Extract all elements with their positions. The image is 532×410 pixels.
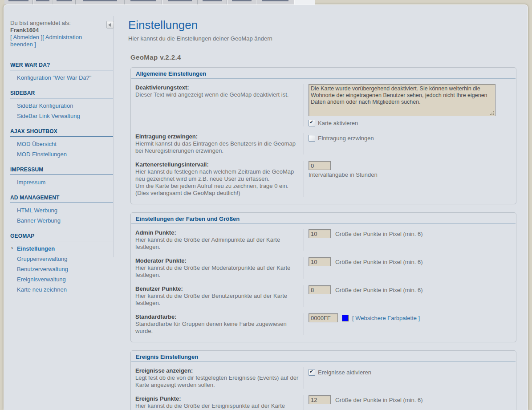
sidebar-item-sidebar-konfiguration[interactable]: SideBar Konfiguration <box>10 101 113 111</box>
setting-control: Größe der Punkte in Pixel (min. 6) <box>304 257 510 279</box>
username: Frank1604 <box>10 27 101 34</box>
sidebar-item-label: HTML Werbung <box>17 207 57 214</box>
tab[interactable] <box>33 0 53 4</box>
input-hint: Größe der Punkte in Pixel (min. 6) <box>335 259 423 265</box>
checkbox-eintragung-erzwingen[interactable] <box>309 135 315 142</box>
fieldset-legend: Einstellungen der Farben und Größen <box>131 213 516 224</box>
settings-row: Eintragung erzwingen:Hiermit kannst du d… <box>135 133 510 154</box>
input-hint: Größe der Punkte in Pixel (min. 6) <box>335 231 423 237</box>
setting-description: Hier kannst du die Größe der Benutzerpun… <box>135 292 299 307</box>
checkbox-karte-aktivieren[interactable] <box>309 120 315 126</box>
tab[interactable] <box>256 0 294 4</box>
fieldset-allgemeine-einstellungen: Allgemeine Einstellungen Deaktivierungst… <box>130 67 516 204</box>
checkbox-row: Ereignisse aktivieren <box>309 369 510 376</box>
sidebar-section-title: WER WAR DA? <box>10 61 113 70</box>
tab[interactable] <box>76 0 125 4</box>
settings-row: Ereignisse anzeigen:Legt fest ob die von… <box>135 367 510 389</box>
logged-in-label: Du bist angemeldet als: <box>10 20 101 27</box>
sidebar-item-ereignisverwaltung[interactable]: Ereignisverwaltung <box>10 274 113 284</box>
checkbox-label: Eintragung erzwingen <box>318 135 374 142</box>
sidebar-collapse-button[interactable] <box>106 21 114 28</box>
sidebar-section-wer-war-da: WER WAR DA?Konfiguration "Wer War Da?" <box>10 61 113 83</box>
input-standardfarbe[interactable] <box>309 313 338 322</box>
sidebar-section-title: AJAX SHOUTBOX <box>10 127 113 137</box>
sidebar-item-html-werbung[interactable]: HTML Werbung <box>10 205 113 215</box>
input-moderator-punkte[interactable] <box>309 257 331 266</box>
tab-selected[interactable] <box>294 0 315 4</box>
sidebar-item-sidebar-link-verwaltung[interactable]: SideBar Link Verwaltung <box>10 111 113 121</box>
setting-label: Ereignisse anzeigen: <box>135 367 299 374</box>
sidebar-section-ajax-shoutbox: AJAX SHOUTBOXMOD ÜbersichtMOD Einstellun… <box>10 127 113 159</box>
setting-description: Hier kannst du die Größe der Adminpunkte… <box>135 236 299 251</box>
sidebar-section-impressum: IMPRESSUMImpressum <box>10 165 113 187</box>
setting-info: Admin Punkte:Hier kannst du die Größe de… <box>135 229 304 251</box>
tab[interactable] <box>227 0 256 4</box>
setting-label: Benutzer Punkte: <box>135 285 299 292</box>
setting-info: Eintragung erzwingen:Hiermit kannst du d… <box>135 133 304 154</box>
checkbox-row: Karte aktivieren <box>309 120 510 126</box>
version-heading: GeoMap v.2.2.4 <box>130 53 516 61</box>
sidebar-item-label: Impressum <box>17 179 45 186</box>
sidebar-item-gruppenverwaltung[interactable]: Gruppenverwaltung <box>10 254 113 264</box>
checkbox-ereignisse-aktivieren[interactable] <box>309 369 315 376</box>
setting-description: Hier kannst du festlegen nach welchem Ze… <box>135 168 299 197</box>
sidebar-item-label: Karte neu zeichnen <box>17 286 67 293</box>
sidebar-item-impressum[interactable]: Impressum <box>10 177 113 187</box>
resize-grip-icon <box>490 111 494 115</box>
sidebar-item-einstellungen[interactable]: ›Einstellungen <box>10 244 113 254</box>
sidebar-item-label: Ereignisverwaltung <box>17 276 66 283</box>
sidebar-item-mod-bersicht[interactable]: MOD Übersicht <box>10 139 113 149</box>
tab[interactable] <box>125 0 162 4</box>
user-info: Du bist angemeldet als: Frank1604 [ Abme… <box>10 20 113 48</box>
setting-label: Eintragung erzwingen: <box>135 133 299 140</box>
sidebar-item-mod-einstellungen[interactable]: MOD Einstellungen <box>10 149 113 159</box>
setting-control: [ Websichere Farbpalette ] <box>304 313 510 335</box>
setting-description: Hier kannst du die Größe der Ereignispun… <box>135 402 299 410</box>
fieldset-ereignis-einstellungen: Ereignis Einstellungen Ereignisse anzeig… <box>130 350 516 410</box>
tab[interactable] <box>4 0 33 4</box>
setting-control: Größe der Punkte in Pixel (min. 6) <box>304 285 510 307</box>
sidebar-item-banner-werbung[interactable]: Banner Werbung <box>10 215 113 226</box>
fieldset-body: Admin Punkte:Hier kannst du die Größe de… <box>131 224 516 342</box>
sidebar-section-title: IMPRESSUM <box>10 165 113 175</box>
settings-row: Ereignis Punkte:Hier kannst du die Größe… <box>135 395 510 410</box>
setting-label: Admin Punkte: <box>135 229 299 236</box>
setting-description: Hiermit kannst du das Eintragen des Benu… <box>135 140 299 154</box>
tab[interactable] <box>162 0 198 4</box>
input-line: Größe der Punkte in Pixel (min. 6) <box>309 257 510 266</box>
setting-label: Moderator Punkte: <box>135 257 299 264</box>
tab[interactable] <box>198 0 227 4</box>
sidebar-section-title: SIDEBAR <box>10 89 113 98</box>
setting-description: Legt fest ob die von dir festgelegten Er… <box>135 374 299 389</box>
setting-label: Standardfarbe: <box>135 313 299 321</box>
color-swatch <box>342 315 349 321</box>
chevron-left-icon <box>108 23 111 27</box>
setting-info: Benutzer Punkte:Hier kannst du die Größe… <box>135 285 304 307</box>
setting-description: Hier kannst du die Größe der Moderatorpu… <box>135 264 299 279</box>
sidebar-section-title: GEOMAP <box>10 231 113 241</box>
top-tab-strip <box>4 0 315 4</box>
websichere-farbpalette-link[interactable]: [ Websichere Farbpalette ] <box>352 315 420 321</box>
input-kartenerstellungsintervall[interactable] <box>309 161 331 170</box>
input-benutzer-punkte[interactable] <box>309 285 331 294</box>
sidebar-sections: WER WAR DA?Konfiguration "Wer War Da?"SI… <box>10 61 113 295</box>
input-line: Größe der Punkte in Pixel (min. 6) <box>309 229 510 238</box>
input-ereignis-punkte[interactable] <box>309 395 331 404</box>
logout-link[interactable]: [ Abmelden ] <box>10 34 42 41</box>
setting-info: Standardfarbe:Standardfarbe für Gruppen … <box>135 313 304 335</box>
input-admin-punkte[interactable] <box>309 229 331 238</box>
sidebar-item-label: MOD Übersicht <box>17 141 57 147</box>
deactivation-text-area[interactable]: Die Karte wurde vorübergehend deaktivier… <box>309 84 495 116</box>
checkbox-row: Eintragung erzwingen <box>309 135 510 142</box>
tab[interactable] <box>53 0 76 4</box>
fieldset-body: Deaktivierungstext:Dieser Text wird ange… <box>131 79 516 204</box>
sidebar-item-label: Banner Werbung <box>17 217 61 224</box>
sidebar-item-label: MOD Einstellungen <box>17 151 67 158</box>
page-title: Einstellungen <box>128 18 516 32</box>
sidebar-item-konfiguration-wer-war-da[interactable]: Konfiguration "Wer War Da?" <box>10 73 113 83</box>
color-line: [ Websichere Farbpalette ] <box>309 313 510 322</box>
fieldset-legend: Ereignis Einstellungen <box>131 351 516 362</box>
setting-info: Deaktivierungstext:Dieser Text wird ange… <box>135 84 304 126</box>
sidebar-item-benutzerverwaltung[interactable]: Benutzerverwaltung <box>10 264 113 274</box>
sidebar-item-karte-neu-zeichnen[interactable]: Karte neu zeichnen <box>10 284 113 295</box>
